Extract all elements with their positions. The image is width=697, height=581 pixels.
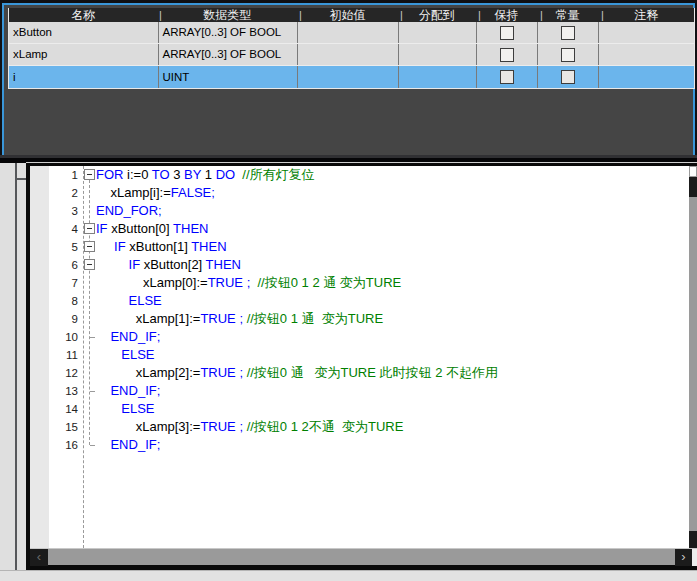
column-header-7[interactable]: 注释 <box>598 8 694 22</box>
declaration-panel-frame: 名称|数据类型|初始值|分配到|保持|常量|注释 xButtonARRAY[0.… <box>2 3 695 155</box>
column-separator: | <box>478 8 481 22</box>
code-line-8[interactable]: 8 ELSE <box>30 292 689 310</box>
code-line-1[interactable]: 1FOR i:=0 TO 3 BY 1 DO //所有灯复位 <box>30 166 689 184</box>
line-number: 10 <box>30 328 78 346</box>
variable-row-xLamp[interactable]: xLampARRAY[0..3] OF BOOL <box>9 44 694 66</box>
fold-collapse-box[interactable] <box>84 223 95 234</box>
column-header-4[interactable]: 分配到 <box>398 8 476 22</box>
scroll-down-button[interactable] <box>689 531 697 548</box>
code-text: IF xButton[2] THEN <box>96 256 241 274</box>
code-line-15[interactable]: 15 xLamp[3]:=TRUE ; //按钮0 1 2不通 变为TURE <box>30 418 689 436</box>
cell-1-6 <box>537 22 598 43</box>
code-line-9[interactable]: 9 xLamp[1]:=TRUE ; //按钮0 1 通 变为TURE <box>30 310 689 328</box>
cell-2-2[interactable]: ARRAY[0..3] OF BOOL <box>158 44 298 65</box>
column-header-3[interactable]: 初始值 <box>297 8 398 22</box>
variable-row-xButton[interactable]: xButtonARRAY[0..3] OF BOOL <box>9 22 694 44</box>
scroll-up-button[interactable] <box>689 166 697 177</box>
column-separator: | <box>159 8 162 22</box>
scroll-left-button[interactable]: ‹ <box>30 549 48 566</box>
constant-checkbox[interactable] <box>561 26 575 40</box>
code-text: xLamp[i]:=FALSE; <box>96 184 215 202</box>
line-number: 3 <box>30 202 78 220</box>
cell-2-4[interactable] <box>398 44 476 65</box>
cell-2-3[interactable] <box>297 44 398 65</box>
column-separator: | <box>400 8 403 22</box>
code-line-12[interactable]: 12 xLamp[2]:=TRUE ; //按钮0 通 变为TURE 此时按钮 … <box>30 364 689 382</box>
cell-2-5 <box>476 44 538 65</box>
code-text: xLamp[1]:=TRUE ; //按钮0 1 通 变为TURE <box>96 310 383 328</box>
constant-checkbox[interactable] <box>561 70 575 84</box>
left-rail <box>0 163 26 570</box>
retain-checkbox[interactable] <box>500 26 514 40</box>
cell-3-2[interactable]: UINT <box>158 66 298 88</box>
code-line-7[interactable]: 7 xLamp[0]:=TRUE ; //按钮0 1 2 通 变为TURE <box>30 274 689 292</box>
line-number: 13 <box>30 382 78 400</box>
fold-collapse-box[interactable] <box>84 259 95 270</box>
scrollbar-corner <box>692 549 697 566</box>
column-separator: | <box>299 8 302 22</box>
minus-icon <box>87 174 92 175</box>
code-line-10[interactable]: 10 END_IF; <box>30 328 689 346</box>
code-text: END_IF; <box>96 328 160 346</box>
code-text: END_IF; <box>96 382 160 400</box>
line-number: 9 <box>30 310 78 328</box>
code-line-13[interactable]: 13 END_IF; <box>30 382 689 400</box>
fold-collapse-box[interactable] <box>84 241 95 252</box>
code-line-2[interactable]: 2 xLamp[i]:=FALSE; <box>30 184 689 202</box>
code-text: ELSE <box>96 292 162 310</box>
cell-3-1[interactable]: i <box>9 66 158 88</box>
variable-row-i[interactable]: iUINT <box>9 66 694 88</box>
line-number: 4 <box>30 220 78 238</box>
variable-table-header: 名称|数据类型|初始值|分配到|保持|常量|注释 <box>9 8 694 22</box>
code-line-5[interactable]: 5 IF xButton[1] THEN <box>30 238 689 256</box>
cell-3-6 <box>537 66 598 88</box>
column-header-2[interactable]: 数据类型 <box>158 8 298 22</box>
code-text: xLamp[3]:=TRUE ; //按钮0 1 2不通 变为TURE <box>96 418 403 436</box>
code-text: IF xButton[0] THEN <box>96 220 208 238</box>
vertical-scrollbar[interactable] <box>689 166 697 548</box>
cell-1-7[interactable] <box>598 22 694 43</box>
cell-1-4[interactable] <box>398 22 476 43</box>
code-line-16[interactable]: 16 END_IF; <box>30 436 689 454</box>
code-editor[interactable]: 1FOR i:=0 TO 3 BY 1 DO //所有灯复位2 xLamp[i]… <box>30 166 689 548</box>
code-text: FOR i:=0 TO 3 BY 1 DO //所有灯复位 <box>96 166 315 184</box>
cell-1-5 <box>476 22 538 43</box>
code-line-3[interactable]: 3END_FOR; <box>30 202 689 220</box>
cell-2-6 <box>537 44 598 65</box>
retain-checkbox[interactable] <box>500 70 514 84</box>
fold-end-mark <box>90 445 95 446</box>
minus-icon <box>87 246 92 247</box>
column-separator: | <box>540 8 543 22</box>
cell-1-1[interactable]: xButton <box>9 22 158 43</box>
column-header-5[interactable]: 保持 <box>476 8 538 22</box>
code-line-14[interactable]: 14 ELSE <box>30 400 689 418</box>
code-line-11[interactable]: 11 ELSE <box>30 346 689 364</box>
horizontal-scrollbar[interactable]: ‹ › <box>30 548 697 565</box>
declaration-panel: 名称|数据类型|初始值|分配到|保持|常量|注释 xButtonARRAY[0.… <box>0 0 697 157</box>
cell-3-7[interactable] <box>598 66 694 88</box>
cell-2-1[interactable]: xLamp <box>9 44 158 65</box>
constant-checkbox[interactable] <box>561 48 575 62</box>
cell-3-4[interactable] <box>398 66 476 88</box>
vertical-scroll-thumb[interactable] <box>689 177 697 197</box>
splitter-handle[interactable] <box>17 178 26 180</box>
variable-table-body: xButtonARRAY[0..3] OF BOOLxLampARRAY[0..… <box>9 22 694 88</box>
code-line-4[interactable]: 4IF xButton[0] THEN <box>30 220 689 238</box>
cell-3-3[interactable] <box>297 66 398 88</box>
splitter-line[interactable] <box>15 163 17 570</box>
cell-2-7[interactable] <box>598 44 694 65</box>
line-number: 7 <box>30 274 78 292</box>
line-number: 11 <box>30 346 78 364</box>
cell-1-2[interactable]: ARRAY[0..3] OF BOOL <box>158 22 298 43</box>
fold-collapse-box[interactable] <box>84 169 95 180</box>
scroll-right-button[interactable]: › <box>675 549 692 566</box>
cell-1-3[interactable] <box>297 22 398 43</box>
code-line-6[interactable]: 6 IF xButton[2] THEN <box>30 256 689 274</box>
column-header-6[interactable]: 常量 <box>537 8 598 22</box>
line-number: 14 <box>30 400 78 418</box>
code-text: IF xButton[1] THEN <box>96 238 227 256</box>
retain-checkbox[interactable] <box>500 48 514 62</box>
line-number: 5 <box>30 238 78 256</box>
column-header-1[interactable]: 名称 <box>9 8 158 22</box>
code-text: END_IF; <box>96 436 160 454</box>
